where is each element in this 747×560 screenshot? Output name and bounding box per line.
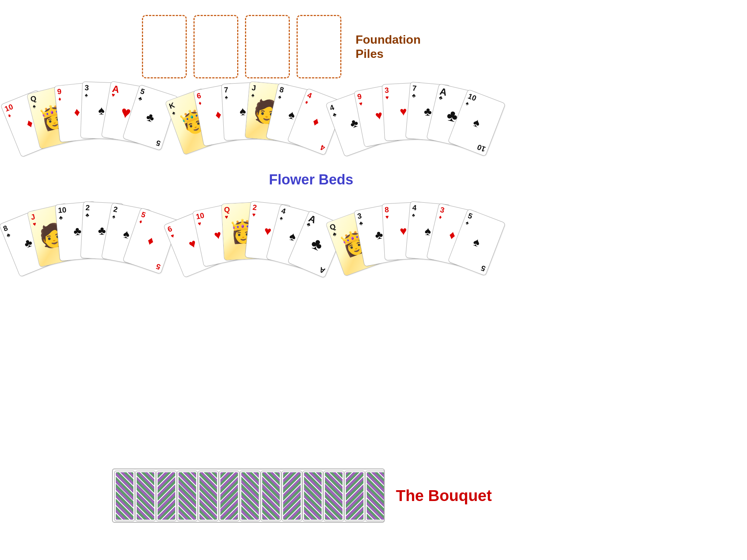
bouquet-card-10[interactable] [303, 471, 323, 521]
bouquet-card-7[interactable] [240, 471, 260, 521]
bouquet-card-8[interactable] [261, 471, 281, 521]
bouquet-card-1[interactable] [114, 471, 135, 521]
foundation-area: FoundationPiles [142, 15, 421, 78]
bouquet-card-9[interactable] [282, 471, 302, 521]
bouquet-card-13[interactable] [365, 471, 385, 521]
bouquet-section: The Bouquet [112, 469, 492, 523]
foundation-pile-2[interactable] [193, 15, 238, 78]
bouquet-card-4[interactable] [177, 471, 198, 521]
bouquet-card-2[interactable] [135, 471, 156, 521]
foundation-label: FoundationPiles [356, 32, 421, 61]
bouquet-card-5[interactable] [198, 471, 218, 521]
bouquet-label: The Bouquet [396, 487, 492, 505]
flower-beds-label: Flower Beds [269, 172, 353, 188]
bouquet-card-6[interactable] [219, 471, 239, 521]
foundation-pile-4[interactable] [297, 15, 341, 78]
foundation-pile-1[interactable] [142, 15, 187, 78]
bouquet-container[interactable] [112, 469, 385, 523]
bouquet-card-12[interactable] [344, 471, 365, 521]
bouquet-card-3[interactable] [156, 471, 177, 521]
bouquet-card-11[interactable] [323, 471, 344, 521]
foundation-pile-3[interactable] [245, 15, 290, 78]
